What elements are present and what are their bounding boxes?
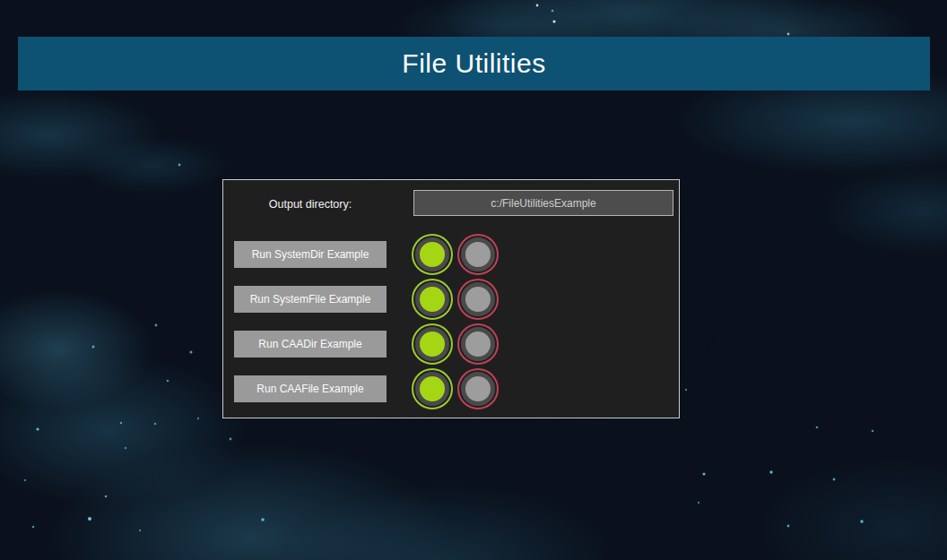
star-particles bbox=[0, 0, 2, 2]
led-bezel bbox=[415, 372, 449, 406]
header-bar: File Utilities bbox=[18, 37, 930, 90]
led-bezel bbox=[461, 327, 495, 361]
led-bezel bbox=[415, 327, 449, 361]
caafile-success-led-icon bbox=[412, 368, 453, 409]
caadir-failure-led-icon bbox=[457, 323, 499, 365]
main-panel: Output directory: Run SystemDir Example … bbox=[222, 179, 680, 418]
run-systemfile-example-button[interactable]: Run SystemFile Example bbox=[234, 286, 387, 313]
run-systemdir-example-button[interactable]: Run SystemDir Example bbox=[234, 241, 387, 268]
systemfile-success-led-icon bbox=[412, 279, 453, 320]
output-directory-label: Output directory: bbox=[234, 198, 387, 211]
caadir-success-led-icon bbox=[412, 323, 453, 365]
led-bezel bbox=[415, 237, 449, 271]
led-bezel bbox=[461, 282, 495, 316]
run-caafile-example-button[interactable]: Run CAAFile Example bbox=[234, 375, 387, 402]
led-bezel bbox=[461, 372, 495, 406]
app-title: File Utilities bbox=[402, 48, 545, 78]
led-bezel bbox=[415, 282, 449, 316]
run-caadir-example-button[interactable]: Run CAADir Example bbox=[234, 331, 387, 358]
systemdir-success-led-icon bbox=[412, 234, 453, 275]
led-bezel bbox=[461, 237, 495, 271]
caafile-failure-led-icon bbox=[457, 368, 499, 409]
output-directory-input[interactable] bbox=[413, 190, 673, 216]
systemfile-failure-led-icon bbox=[457, 279, 499, 320]
systemdir-failure-led-icon bbox=[457, 234, 499, 275]
